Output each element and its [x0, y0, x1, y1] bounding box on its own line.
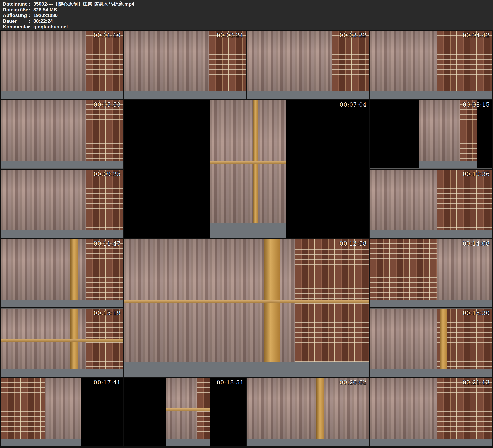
brick-texture: [332, 31, 369, 99]
scene-placeholder: [1, 31, 123, 99]
floor-strip: [370, 300, 492, 307]
floor-strip: [370, 369, 492, 377]
video-thumbnail: 00:04:42: [370, 31, 492, 99]
meta-colon: :: [29, 1, 33, 7]
video-thumbnail: 00:02:21: [124, 31, 246, 99]
timestamp-overlay: 00:17:41: [94, 379, 121, 386]
wood-bar: [166, 408, 211, 411]
wood-bar: [210, 161, 286, 164]
timestamp-overlay: 00:14:08: [462, 240, 490, 247]
meta-row-filename: Dateiname : 35002----【随心原创】江奈 随身木马折磨.mp4: [3, 1, 493, 7]
meta-row-comment: Kommentar : qinglanhua.net: [3, 24, 493, 30]
scene-placeholder: [210, 100, 286, 238]
timestamp-overlay: 00:16:30: [462, 310, 490, 316]
scene-placeholder: [166, 378, 211, 446]
video-thumbnail: 00:01:10: [1, 31, 123, 99]
floor-strip: [247, 439, 369, 446]
brick-texture: [86, 100, 123, 168]
brick-texture: [197, 378, 211, 446]
brick-texture: [370, 239, 437, 307]
timestamp-overlay: 00:08:15: [462, 101, 490, 108]
video-thumbnail: 00:15:19: [1, 308, 123, 377]
scene-placeholder: [370, 170, 492, 238]
video-thumbnail: 00:09:25: [1, 169, 123, 238]
wood-pole: [440, 309, 448, 377]
timestamp-overlay: 00:21:13: [462, 379, 490, 386]
scene-placeholder: [1, 309, 123, 377]
floor-strip: [1, 300, 123, 307]
meta-label: Kommentar: [3, 24, 29, 30]
wood-pole: [70, 309, 78, 377]
video-thumbnail: 00:17:41: [1, 378, 123, 446]
meta-value-duration: 00:22:24: [33, 18, 493, 24]
timestamp-overlay: 00:07:04: [340, 101, 367, 108]
video-thumbnail: 00:08:15: [370, 100, 492, 168]
meta-row-filesize: Dateigröße : 828.54 MB: [3, 7, 493, 12]
scene-placeholder: [1, 378, 81, 446]
floor-strip: [370, 439, 492, 446]
brick-texture: [1, 378, 45, 446]
meta-value-filename: 35002----【随心原创】江奈 随身木马折磨.mp4: [33, 1, 493, 7]
video-thumbnail: 00:20:02: [247, 378, 369, 446]
meta-value-comment: qinglanhua.net: [33, 24, 493, 30]
timestamp-overlay: 00:09:25: [94, 171, 121, 178]
scene-placeholder: [1, 170, 123, 238]
video-thumbnail: 00:05:53: [1, 100, 123, 168]
brick-texture: [437, 170, 492, 238]
video-thumbnail-large: 00:07:04: [124, 100, 369, 238]
wood-bar: [124, 300, 369, 303]
wood-bar: [1, 338, 123, 342]
wood-pole: [70, 239, 78, 307]
video-thumbnail: 00:11:47: [1, 239, 123, 307]
brick-texture: [86, 31, 123, 99]
wood-pole: [316, 378, 325, 446]
meta-label: Dateiname: [3, 1, 29, 7]
scene-placeholder: [370, 378, 492, 446]
scene-placeholder: [124, 239, 369, 377]
thumbnail-grid: 00:01:10 00:02:21 00:03:32 00:04: [0, 30, 493, 448]
timestamp-overlay: 00:05:53: [94, 101, 121, 108]
scene-placeholder: [1, 100, 123, 168]
timestamp-overlay: 00:12:58: [340, 240, 367, 247]
scene-placeholder: [247, 378, 369, 446]
floor-strip: [1, 161, 123, 168]
meta-colon: :: [29, 18, 33, 24]
floor-strip: [166, 439, 211, 446]
scene-placeholder: [124, 31, 246, 99]
floor-strip: [1, 230, 123, 238]
brick-texture: [86, 170, 123, 238]
floor-strip: [1, 439, 81, 446]
video-thumbnail: 00:03:32: [247, 31, 369, 99]
curtain-texture: [247, 378, 369, 446]
video-thumbnail: 00:14:08: [370, 239, 492, 307]
brick-texture: [86, 239, 123, 307]
timestamp-overlay: 00:20:02: [340, 379, 367, 386]
scene-placeholder: [247, 31, 369, 99]
floor-strip: [1, 91, 123, 99]
brick-texture: [295, 239, 369, 377]
brick-texture: [209, 31, 246, 99]
floor-strip: [1, 369, 123, 377]
video-thumbnail: 00:21:13: [370, 378, 492, 446]
meta-row-resolution: Auflösung : 1920x1080: [3, 12, 493, 18]
brick-texture: [437, 378, 492, 446]
meta-label: Dateigröße: [3, 7, 29, 12]
meta-colon: :: [29, 12, 33, 18]
scene-placeholder: [370, 309, 492, 377]
scene-placeholder: [370, 239, 492, 307]
metadata-header: Dateiname : 35002----【随心原创】江奈 随身木马折磨.mp4…: [0, 0, 493, 30]
floor-strip: [419, 161, 477, 168]
timestamp-overlay: 00:10:36: [462, 171, 490, 178]
floor-strip: [124, 362, 369, 377]
brick-texture: [437, 31, 492, 99]
timestamp-overlay: 00:18:51: [216, 379, 244, 386]
timestamp-overlay: 00:03:32: [340, 32, 367, 39]
brick-texture: [86, 309, 123, 377]
brick-texture: [460, 100, 477, 168]
video-thumbnail-large: 00:12:58: [124, 239, 369, 377]
wood-pole: [264, 239, 280, 377]
meta-value-resolution: 1920x1080: [33, 12, 493, 18]
video-thumbnail: 00:18:51: [124, 378, 246, 446]
timestamp-overlay: 00:04:42: [462, 32, 490, 39]
timestamp-overlay: 00:01:10: [94, 32, 121, 39]
